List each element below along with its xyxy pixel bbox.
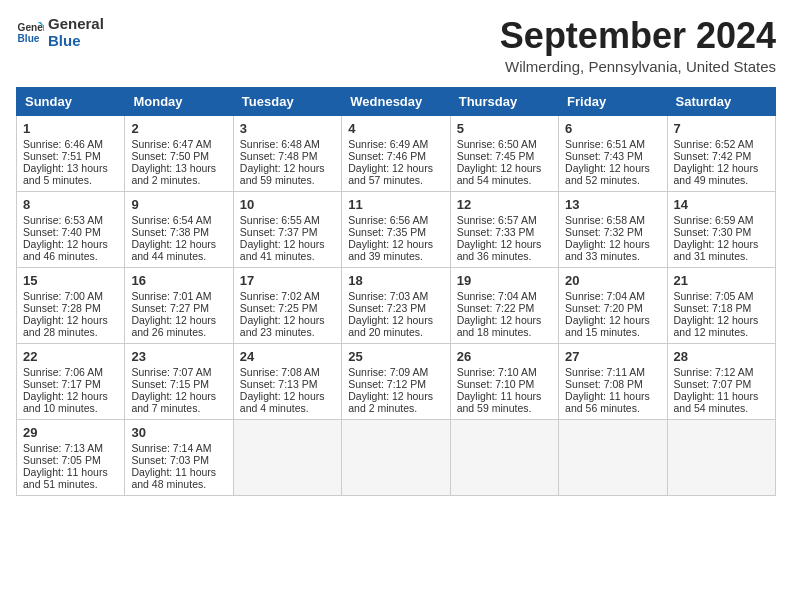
table-row: 10Sunrise: 6:55 AMSunset: 7:37 PMDayligh… [233, 191, 341, 267]
table-row: 19Sunrise: 7:04 AMSunset: 7:22 PMDayligh… [450, 267, 558, 343]
daylight: Daylight: 12 hours and 23 minutes. [240, 314, 325, 338]
calendar-week-row: 15Sunrise: 7:00 AMSunset: 7:28 PMDayligh… [17, 267, 776, 343]
col-friday: Friday [559, 87, 667, 115]
sunset: Sunset: 7:27 PM [131, 302, 209, 314]
day-number: 25 [348, 349, 443, 364]
daylight: Daylight: 12 hours and 15 minutes. [565, 314, 650, 338]
sunrise: Sunrise: 7:07 AM [131, 366, 211, 378]
daylight: Daylight: 12 hours and 36 minutes. [457, 238, 542, 262]
day-number: 16 [131, 273, 226, 288]
day-number: 19 [457, 273, 552, 288]
sunset: Sunset: 7:37 PM [240, 226, 318, 238]
day-number: 10 [240, 197, 335, 212]
sunrise: Sunrise: 7:03 AM [348, 290, 428, 302]
daylight: Daylight: 12 hours and 12 minutes. [674, 314, 759, 338]
sunset: Sunset: 7:05 PM [23, 454, 101, 466]
table-row: 6Sunrise: 6:51 AMSunset: 7:43 PMDaylight… [559, 115, 667, 191]
daylight: Daylight: 12 hours and 52 minutes. [565, 162, 650, 186]
sunset: Sunset: 7:17 PM [23, 378, 101, 390]
sunset: Sunset: 7:20 PM [565, 302, 643, 314]
daylight: Daylight: 12 hours and 41 minutes. [240, 238, 325, 262]
sunrise: Sunrise: 6:46 AM [23, 138, 103, 150]
sunrise: Sunrise: 7:12 AM [674, 366, 754, 378]
sunset: Sunset: 7:35 PM [348, 226, 426, 238]
sunrise: Sunrise: 7:11 AM [565, 366, 645, 378]
logo: General Blue General Blue [16, 16, 104, 49]
table-row: 20Sunrise: 7:04 AMSunset: 7:20 PMDayligh… [559, 267, 667, 343]
logo-line1: General [48, 16, 104, 33]
sunrise: Sunrise: 7:04 AM [565, 290, 645, 302]
daylight: Daylight: 11 hours and 51 minutes. [23, 466, 108, 490]
table-row: 25Sunrise: 7:09 AMSunset: 7:12 PMDayligh… [342, 343, 450, 419]
sunrise: Sunrise: 6:56 AM [348, 214, 428, 226]
day-number: 29 [23, 425, 118, 440]
sunset: Sunset: 7:33 PM [457, 226, 535, 238]
table-row [667, 419, 775, 495]
calendar-week-row: 29Sunrise: 7:13 AMSunset: 7:05 PMDayligh… [17, 419, 776, 495]
table-row: 23Sunrise: 7:07 AMSunset: 7:15 PMDayligh… [125, 343, 233, 419]
sunset: Sunset: 7:25 PM [240, 302, 318, 314]
sunrise: Sunrise: 6:59 AM [674, 214, 754, 226]
daylight: Daylight: 12 hours and 31 minutes. [674, 238, 759, 262]
sunset: Sunset: 7:40 PM [23, 226, 101, 238]
table-row: 15Sunrise: 7:00 AMSunset: 7:28 PMDayligh… [17, 267, 125, 343]
month-title: September 2024 [500, 16, 776, 56]
day-number: 27 [565, 349, 660, 364]
table-row: 30Sunrise: 7:14 AMSunset: 7:03 PMDayligh… [125, 419, 233, 495]
day-number: 26 [457, 349, 552, 364]
sunset: Sunset: 7:50 PM [131, 150, 209, 162]
sunrise: Sunrise: 6:53 AM [23, 214, 103, 226]
daylight: Daylight: 12 hours and 39 minutes. [348, 238, 433, 262]
daylight: Daylight: 12 hours and 4 minutes. [240, 390, 325, 414]
sunset: Sunset: 7:51 PM [23, 150, 101, 162]
daylight: Daylight: 12 hours and 20 minutes. [348, 314, 433, 338]
sunrise: Sunrise: 6:52 AM [674, 138, 754, 150]
table-row: 13Sunrise: 6:58 AMSunset: 7:32 PMDayligh… [559, 191, 667, 267]
sunrise: Sunrise: 6:48 AM [240, 138, 320, 150]
day-number: 7 [674, 121, 769, 136]
table-row: 2Sunrise: 6:47 AMSunset: 7:50 PMDaylight… [125, 115, 233, 191]
location-title: Wilmerding, Pennsylvania, United States [500, 58, 776, 75]
table-row [559, 419, 667, 495]
calendar-week-row: 1Sunrise: 6:46 AMSunset: 7:51 PMDaylight… [17, 115, 776, 191]
table-row [342, 419, 450, 495]
day-number: 5 [457, 121, 552, 136]
sunrise: Sunrise: 7:06 AM [23, 366, 103, 378]
col-thursday: Thursday [450, 87, 558, 115]
table-row: 17Sunrise: 7:02 AMSunset: 7:25 PMDayligh… [233, 267, 341, 343]
table-row: 1Sunrise: 6:46 AMSunset: 7:51 PMDaylight… [17, 115, 125, 191]
table-row: 3Sunrise: 6:48 AMSunset: 7:48 PMDaylight… [233, 115, 341, 191]
sunrise: Sunrise: 7:13 AM [23, 442, 103, 454]
sunset: Sunset: 7:30 PM [674, 226, 752, 238]
col-sunday: Sunday [17, 87, 125, 115]
sunset: Sunset: 7:46 PM [348, 150, 426, 162]
sunset: Sunset: 7:43 PM [565, 150, 643, 162]
sunrise: Sunrise: 6:55 AM [240, 214, 320, 226]
table-row: 9Sunrise: 6:54 AMSunset: 7:38 PMDaylight… [125, 191, 233, 267]
header: General Blue General Blue September 2024… [16, 16, 776, 75]
day-number: 12 [457, 197, 552, 212]
daylight: Daylight: 11 hours and 54 minutes. [674, 390, 759, 414]
sunset: Sunset: 7:07 PM [674, 378, 752, 390]
table-row [450, 419, 558, 495]
daylight: Daylight: 12 hours and 44 minutes. [131, 238, 216, 262]
logo-icon: General Blue [16, 19, 44, 47]
title-area: September 2024 Wilmerding, Pennsylvania,… [500, 16, 776, 75]
daylight: Daylight: 12 hours and 49 minutes. [674, 162, 759, 186]
day-number: 14 [674, 197, 769, 212]
daylight: Daylight: 13 hours and 5 minutes. [23, 162, 108, 186]
table-row: 7Sunrise: 6:52 AMSunset: 7:42 PMDaylight… [667, 115, 775, 191]
col-monday: Monday [125, 87, 233, 115]
day-number: 8 [23, 197, 118, 212]
table-row: 4Sunrise: 6:49 AMSunset: 7:46 PMDaylight… [342, 115, 450, 191]
daylight: Daylight: 12 hours and 7 minutes. [131, 390, 216, 414]
calendar-week-row: 8Sunrise: 6:53 AMSunset: 7:40 PMDaylight… [17, 191, 776, 267]
table-row: 12Sunrise: 6:57 AMSunset: 7:33 PMDayligh… [450, 191, 558, 267]
col-wednesday: Wednesday [342, 87, 450, 115]
sunrise: Sunrise: 7:01 AM [131, 290, 211, 302]
day-number: 22 [23, 349, 118, 364]
day-number: 4 [348, 121, 443, 136]
daylight: Daylight: 12 hours and 10 minutes. [23, 390, 108, 414]
day-number: 18 [348, 273, 443, 288]
table-row: 18Sunrise: 7:03 AMSunset: 7:23 PMDayligh… [342, 267, 450, 343]
